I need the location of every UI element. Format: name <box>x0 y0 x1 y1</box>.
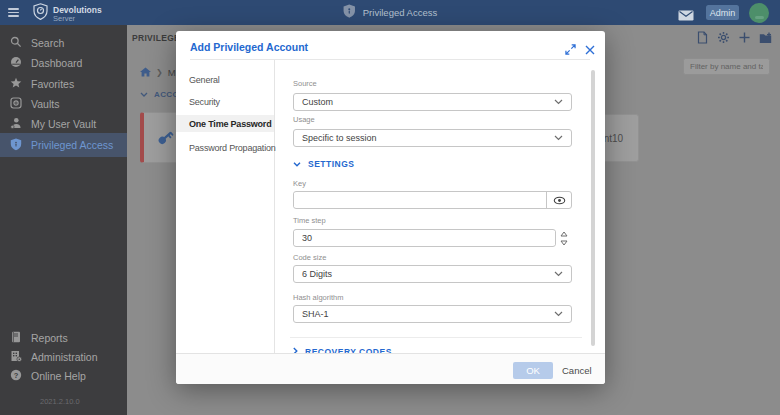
top-bar: Devolutions Server Privileged Access Adm… <box>0 0 780 25</box>
svg-text:?: ? <box>14 371 19 380</box>
sidebar: Search Dashboard Favorites Vaults My Use… <box>0 25 127 415</box>
chevron-down-icon <box>293 159 301 169</box>
chevron-down-icon <box>554 271 563 277</box>
sidebar-item-label: Online Help <box>31 370 86 382</box>
key-label: Key <box>293 179 306 188</box>
shield-icon <box>343 4 356 21</box>
dialog-scrollbar[interactable] <box>591 70 595 346</box>
code-size-value: 6 Digits <box>302 269 332 279</box>
admin-button[interactable]: Admin <box>706 5 739 20</box>
vaults-icon <box>10 97 22 111</box>
mail-icon[interactable] <box>678 7 694 25</box>
breadcrumb: ❯ M <box>140 63 176 81</box>
expand-icon[interactable] <box>565 41 576 59</box>
breadcrumb-separator: ❯ <box>156 68 163 77</box>
sidebar-item-label: Vaults <box>31 98 59 110</box>
gear-icon[interactable] <box>717 31 730 44</box>
sidebar-item-label: Administration <box>31 351 98 363</box>
time-step-label: Time step <box>293 216 326 225</box>
brand-shield-icon <box>33 3 48 25</box>
sidebar-item-reports[interactable]: Reports <box>0 328 127 348</box>
key-field <box>293 191 572 209</box>
usage-select[interactable]: Specific to session <box>293 129 572 147</box>
time-step-field <box>293 229 556 247</box>
code-size-select[interactable]: 6 Digits <box>293 265 572 283</box>
key-icon <box>155 126 177 148</box>
ok-button[interactable]: OK <box>513 362 553 379</box>
sidebar-item-label: My User Vault <box>31 118 96 130</box>
tab-general[interactable]: General <box>176 71 274 88</box>
sidebar-item-label: Favorites <box>31 78 74 90</box>
sidebar-item-label: Search <box>31 37 64 49</box>
key-input[interactable] <box>294 193 546 207</box>
chevron-down-icon <box>140 90 148 99</box>
help-icon: ? <box>10 369 22 383</box>
sidebar-item-online-help[interactable]: ? Online Help <box>0 366 127 386</box>
dialog-tab-list: General Security One Time Password Passw… <box>176 60 275 353</box>
dialog-footer: OK Cancel <box>176 353 605 384</box>
sidebar-item-dashboard[interactable]: Dashboard <box>0 53 127 73</box>
brand-sub: Server <box>53 15 102 23</box>
hash-algorithm-value: SHA-1 <box>302 309 329 319</box>
search-icon <box>10 36 22 50</box>
settings-section-header[interactable]: SETTINGS <box>293 159 355 169</box>
reports-icon <box>10 331 22 345</box>
chevron-down-icon <box>554 99 563 105</box>
plus-icon[interactable] <box>739 32 750 43</box>
eye-icon[interactable] <box>547 192 571 208</box>
topbar-page-title: Privileged Access <box>343 0 437 25</box>
source-label: Source <box>293 79 317 88</box>
add-privileged-account-dialog: Add Privileged Account General Security … <box>176 31 605 384</box>
topbar-title-text: Privileged Access <box>363 7 437 18</box>
sidebar-item-search[interactable]: Search <box>0 33 127 53</box>
source-value: Custom <box>302 97 333 107</box>
close-icon[interactable] <box>585 41 595 59</box>
usage-label: Usage <box>293 115 315 124</box>
section-divider <box>290 337 582 338</box>
avatar[interactable] <box>749 3 769 23</box>
sidebar-item-my-user-vault[interactable]: My User Vault <box>0 114 127 134</box>
user-vault-icon <box>10 117 22 131</box>
hash-algorithm-select[interactable]: SHA-1 <box>293 305 572 323</box>
dialog-title: Add Privileged Account <box>190 41 308 53</box>
menu-icon[interactable] <box>8 8 19 19</box>
tab-security[interactable]: Security <box>176 93 274 110</box>
tab-password-propagation[interactable]: Password Propagation <box>176 139 274 156</box>
sidebar-item-favorites[interactable]: Favorites <box>0 74 127 94</box>
stepper-up-icon[interactable] <box>560 231 568 237</box>
version-label: 2021.2.10.0 <box>40 397 80 406</box>
tab-one-time-password[interactable]: One Time Password <box>176 115 274 132</box>
cancel-button[interactable]: Cancel <box>562 362 592 379</box>
time-step-input[interactable] <box>294 231 555 245</box>
chevron-down-icon <box>554 311 563 317</box>
export-icon[interactable] <box>697 31 708 44</box>
privileged-access-icon <box>10 138 22 153</box>
app-root: Devolutions Server Privileged Access Adm… <box>0 0 780 415</box>
sidebar-item-label: Reports <box>31 332 68 344</box>
usage-value: Specific to session <box>302 133 377 143</box>
content-toolbar <box>697 31 772 44</box>
hash-algorithm-label: Hash algorithm <box>293 293 343 302</box>
favorites-icon <box>10 77 22 91</box>
sidebar-item-privileged-access[interactable]: Privileged Access <box>0 133 127 157</box>
folder-add-icon[interactable] <box>759 32 772 44</box>
dashboard-icon <box>10 56 22 70</box>
sidebar-item-label: Privileged Access <box>31 139 113 151</box>
avatar-detail <box>755 16 764 19</box>
sidebar-item-vaults[interactable]: Vaults <box>0 94 127 114</box>
administration-icon <box>10 350 22 364</box>
breadcrumb-item[interactable]: M <box>168 67 176 78</box>
brand-logo[interactable]: Devolutions Server <box>33 3 102 25</box>
filter-input[interactable] <box>683 58 770 75</box>
code-size-label: Code size <box>293 253 326 262</box>
chevron-down-icon <box>554 135 563 141</box>
stepper-down-icon[interactable] <box>560 240 568 246</box>
settings-section-label: SETTINGS <box>308 159 355 169</box>
home-icon[interactable] <box>140 63 151 81</box>
source-select[interactable]: Custom <box>293 93 572 111</box>
sidebar-item-administration[interactable]: Administration <box>0 347 127 367</box>
sidebar-item-label: Dashboard <box>31 57 82 69</box>
